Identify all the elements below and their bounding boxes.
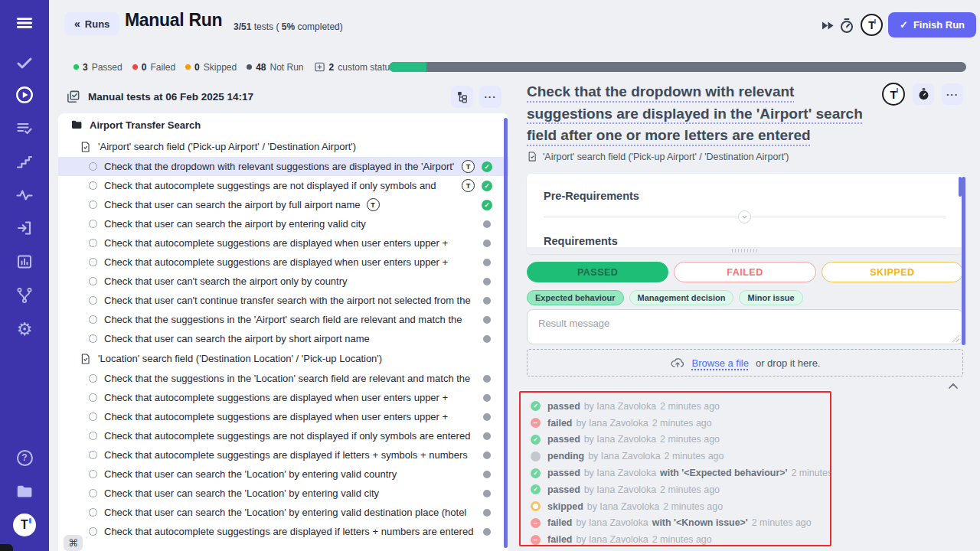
settings-gear-icon[interactable]: ⚙	[0, 315, 49, 343]
status-dot-icon	[247, 64, 252, 70]
tree-row[interactable]: Check that user can search the 'Location…	[58, 465, 508, 484]
overlay-corner	[0, 544, 13, 551]
chevrons-left-icon: «	[74, 18, 80, 30]
automated-badge-icon[interactable]: T	[882, 83, 905, 106]
tree-row[interactable]: Check that user can't search the airport…	[58, 272, 508, 291]
tree-row[interactable]: Check that the suggestions in the 'Locat…	[58, 369, 508, 388]
tests-check-icon[interactable]	[0, 49, 49, 77]
tree-row[interactable]: Check that autocomplete suggestings are …	[58, 522, 508, 541]
test-status-icon	[483, 375, 491, 383]
tree-row[interactable]: Check that autocomplete suggestings are …	[58, 426, 508, 445]
result-message-input[interactable]	[527, 309, 963, 344]
result-tag[interactable]: Management decision	[629, 290, 734, 305]
history-with-tag: with '<Known issue>'	[652, 517, 748, 528]
testomat-logo[interactable]: T	[0, 511, 49, 539]
file-dropzone[interactable]: Browse a file or drop it here.	[527, 349, 963, 377]
test-circle-icon	[89, 201, 97, 209]
status-button[interactable]: PASSED	[527, 262, 668, 282]
tree-row[interactable]: 'Location' search field ('Destination Lo…	[58, 348, 508, 369]
history-status-label: passed	[547, 434, 580, 445]
run-automated-logo[interactable]: T	[861, 14, 883, 36]
status-button[interactable]: SKIPPED	[822, 262, 963, 282]
tree-row[interactable]: Check that user can search the 'Location…	[58, 503, 508, 522]
history-status-label: failed	[547, 534, 572, 545]
tree-row[interactable]: 'Airport' search field ('Pick-up Airport…	[58, 136, 508, 157]
ellipsis-icon: ···	[485, 92, 497, 102]
square-plus-icon	[314, 61, 325, 73]
tree-row[interactable]: Check that the dropdown with relevant su…	[58, 157, 508, 176]
steps-icon[interactable]	[0, 148, 49, 176]
reports-chart-icon[interactable]	[0, 248, 49, 276]
page-title: Manual Run	[125, 10, 222, 31]
branch-icon[interactable]	[0, 282, 49, 309]
history-status-label: skipped	[547, 501, 583, 512]
tree-row[interactable]: Check that autocomplete suggestings are …	[58, 445, 508, 465]
analytics-pulse-icon[interactable]	[0, 181, 49, 209]
projects-folder-icon[interactable]	[0, 478, 49, 505]
tree-row[interactable]: Check that user can't continue transfer …	[58, 291, 508, 310]
tree-row[interactable]: Check that the suggestions in the 'Airpo…	[58, 310, 508, 329]
requirements-card: Pre-Requirements Requirements	[527, 174, 963, 254]
test-timer-button[interactable]	[913, 83, 934, 105]
status-count: 48 Not Run	[247, 62, 303, 73]
tree-row[interactable]: Check that autocomplete suggestions are …	[58, 253, 508, 272]
tree-view-button[interactable]	[451, 86, 473, 108]
test-status-icon	[483, 413, 491, 421]
runs-play-icon[interactable]	[0, 81, 49, 109]
tree-item-label: Check that autocomplete suggestings are …	[104, 430, 470, 442]
tree-item-label: Check that user can't continue transfer …	[104, 295, 471, 306]
history-time: 2 minutes ago	[652, 418, 712, 429]
tree-row[interactable]: Check that user can search the airport b…	[58, 329, 508, 348]
fast-forward-icon[interactable]	[821, 20, 834, 31]
history-author: by Iana Zavoloka	[576, 418, 648, 429]
test-status-icon	[483, 316, 491, 324]
stopwatch-icon[interactable]	[839, 18, 854, 34]
result-tag[interactable]: Expected behaviour	[527, 290, 624, 305]
test-tree-panel: Airport Transfer Search 'Airport' search…	[58, 113, 508, 551]
test-more-button[interactable]: ···	[942, 83, 963, 105]
status-button[interactable]: FAILED	[674, 262, 815, 282]
back-to-runs-button[interactable]: « Runs	[64, 12, 119, 35]
resize-handle[interactable]	[527, 247, 963, 254]
tree-row[interactable]: Check that user can search the airport b…	[58, 214, 508, 233]
tree-row[interactable]: Check that user can search the airport b…	[58, 195, 508, 214]
history-author: by Iana Zavoloka	[584, 484, 656, 495]
history-time: 2 minutes ago	[660, 401, 720, 412]
test-breadcrumb[interactable]: 'Airport' search field ('Pick-up Airport…	[527, 151, 789, 162]
help-icon[interactable]: ?	[0, 444, 49, 471]
detail-scrollbar[interactable]	[962, 177, 965, 345]
import-icon[interactable]	[0, 214, 49, 242]
history-time: 2 minutes ago	[791, 468, 831, 478]
tree-row[interactable]: Check that autocomplete suggestions are …	[58, 407, 508, 426]
result-tag[interactable]: Minor issue	[739, 290, 802, 305]
history-annotation-box: passed by Iana Zavoloka 2 minutes ago fa…	[519, 391, 831, 546]
browse-file-link[interactable]: Browse a file	[692, 357, 749, 369]
check-icon: ✓	[900, 19, 908, 31]
automated-badge-icon: T	[462, 160, 475, 173]
tree-header: Manual tests at 06 Feb 2025 14:17	[66, 90, 253, 104]
tree-scrollbar[interactable]	[504, 118, 508, 548]
tree-row[interactable]: Airport Transfer Search	[58, 113, 508, 136]
percent-completed: 5%	[282, 21, 295, 32]
textarea-resize-icon[interactable]	[952, 335, 959, 342]
test-circle-icon	[89, 315, 97, 324]
test-plans-icon[interactable]	[0, 115, 49, 142]
test-title[interactable]: Check that the dropdown with relevant su…	[527, 81, 882, 147]
history-status-icon	[531, 535, 541, 545]
upload-cloud-icon	[670, 356, 685, 370]
tree-row[interactable]: Check that autocomplete suggestions are …	[58, 388, 508, 407]
logo-accent	[29, 518, 31, 523]
run-progress-bar[interactable]	[389, 62, 966, 72]
history-entry: pending by Iana Zavoloka 2 minutes ago	[531, 448, 830, 465]
sidebar: ⚙ ? T	[0, 0, 49, 551]
tree-more-button[interactable]: ···	[479, 86, 501, 108]
collapse-history-icon[interactable]	[948, 380, 959, 392]
test-status-icon	[483, 471, 491, 478]
tree-row[interactable]: Check that autocomplete suggestings are …	[58, 176, 508, 195]
finish-run-button[interactable]: ✓ Finish Run	[888, 12, 976, 37]
tree-row[interactable]: Check that user can search the 'Location…	[58, 484, 508, 503]
collapse-section-toggle[interactable]	[738, 210, 751, 223]
menu-icon[interactable]	[0, 9, 49, 37]
tree-row[interactable]: Check that autocomplete suggestions are …	[58, 233, 508, 253]
tree-item-label: Check that autocomplete suggestions are …	[104, 392, 448, 403]
